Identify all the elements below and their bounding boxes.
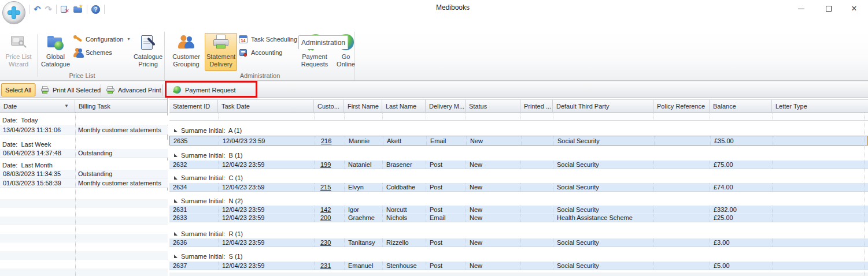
statement-row[interactable]: 2636 12/04/23 23:59 230 Tanitansy Rizzel… [169,238,868,247]
date-group-today[interactable]: Date: Today [0,115,168,125]
group-row-surname-n[interactable]: Surname Initial: N (2) [169,196,868,205]
wrench-icon [73,35,83,44]
collapse-group-icon [174,199,178,203]
ribbon-tab-row: Home Front Desk Customer Third Party Gov… [0,17,868,32]
statement-row-selected[interactable]: 2635 12/04/23 23:59 216 Mannie Akett Ema… [169,136,868,146]
collapse-group-icon [174,255,178,258]
collapse-group-icon [174,232,178,236]
maximize-button[interactable] [820,3,837,14]
column-header-billing-task[interactable]: Billing Task [75,100,167,112]
column-header-letter-type[interactable]: Letter Type [772,100,868,112]
customer-link[interactable]: 200 [314,214,344,222]
column-header-last-name[interactable]: Last Name [382,100,426,112]
column-header-default-third-party[interactable]: Default Third Party [553,100,653,112]
help-icon[interactable]: ? [91,5,100,14]
billing-task-row[interactable]: 08/03/2023 11:34:35 Outstanding [0,170,168,178]
accounting-button[interactable]: Accounting [239,47,304,58]
statement-delivery-button[interactable]: Statement Delivery [205,33,237,71]
column-header-customer[interactable]: Custo... [314,100,344,112]
column-header-statement-id[interactable]: Statement ID [169,100,218,112]
separator [104,5,105,14]
column-divider [75,113,76,276]
global-catalogue-button[interactable]: Global Catalogue [39,33,72,71]
ribbon-group-price-list: Price List Wizard Global Catalogue Confi… [0,32,165,80]
global-catalogue-icon [46,33,65,52]
column-header-task-date[interactable]: Task Date [218,100,314,112]
date-group-last-month[interactable]: Date: Last Month [0,161,168,170]
column-header-balance[interactable]: Balance [710,100,772,112]
statement-row[interactable]: 2634 12/04/23 23:59 215 Elvyn Coldbathe … [169,183,868,192]
statement-row[interactable]: 2631 12/04/23 23:59 142 Igor Norcutt Pos… [169,206,868,214]
price-list-wizard-icon [9,33,28,52]
customer-grouping-button[interactable]: Customer Grouping [168,33,204,71]
column-header-delivery-method[interactable]: Delivery M... [426,100,466,112]
filter-row[interactable] [169,113,868,121]
folder-icon[interactable]: ★ [73,5,83,14]
advanced-print-button[interactable]: Advanced Print [102,83,165,96]
redo-icon[interactable]: ↷ [45,5,53,14]
star-icon: ★ [79,4,83,9]
separator [37,34,38,77]
separator [35,84,36,96]
grid-right-edge [865,113,865,276]
group-label-price-list: Price List [0,72,164,79]
printer-icon [212,33,230,52]
grid-header: Statement ID Task Date Custo... First Na… [169,99,868,113]
task-scheduling-button[interactable]: 14 Task Scheduling [239,33,304,44]
group-row-surname-a[interactable]: Surname Initial: A (1) [169,126,868,135]
list-edit-icon[interactable]: ✕ [61,5,69,14]
people-icon [73,48,83,57]
billing-task-row[interactable]: 01/03/2023 15:58:39 Monthly customer sta… [0,178,168,188]
statements-grid: Statement ID Task Date Custo... First Na… [169,98,868,276]
configuration-button[interactable]: Configuration ▾ [73,33,130,44]
column-header-date[interactable]: Date ▼ [0,100,75,112]
group-row-surname-r[interactable]: Surname Initial: R (1) [169,229,868,238]
tab-administration[interactable]: Administration [298,35,348,49]
ribbon: Price List Wizard Global Catalogue Confi… [0,32,868,81]
customer-link[interactable]: 230 [314,238,344,247]
chevron-down-icon: ▾ [127,36,130,42]
column-header-policy-reference[interactable]: Policy Reference [653,100,710,112]
close-button[interactable]: × [845,3,863,14]
printer-icon [40,85,50,95]
column-header-first-name[interactable]: First Name [344,100,382,112]
customer-link[interactable]: 199 [314,161,344,169]
sort-descending-icon: ▼ [64,103,69,109]
collapse-group-icon [174,176,178,180]
separator [87,5,87,14]
billing-task-row[interactable]: 13/04/2023 11:31:06 Monthly customer sta… [0,125,168,135]
minimize-button[interactable] [792,3,810,14]
customer-link[interactable]: 216 [315,136,345,145]
customer-link[interactable]: 142 [314,206,344,213]
annotation-box [165,81,257,98]
group-row-surname-s[interactable]: Surname Initial: S (1) [169,252,868,260]
collapse-group-icon [174,154,178,157]
separator [29,5,29,14]
left-panel-header: Date ▼ Billing Task [0,99,167,113]
separator [56,5,57,14]
customer-link[interactable]: 231 [314,262,344,270]
column-header-printed[interactable]: Printed ... ▲ [520,100,553,112]
billing-task-row[interactable]: 06/04/2023 14:37:48 Outstanding [0,149,168,158]
app-orb-icon[interactable] [2,1,25,24]
title-bar: ↶ ↷ ✕ ★ ? Medibooks × [0,0,868,17]
statement-row[interactable]: 2632 12/04/23 23:59 199 Nataniel Brasene… [169,161,868,169]
catalogue-pricing-button[interactable]: Catalogue Pricing [131,33,165,71]
customer-link[interactable]: 215 [314,183,344,191]
statement-row[interactable]: 2637 12/04/23 23:59 231 Emanuel Stenhous… [169,262,868,270]
print-all-selected-button[interactable]: Print All Selected [37,83,104,96]
column-header-status[interactable]: Status [466,100,520,112]
collapse-group-icon [174,129,178,132]
date-group-last-week[interactable]: Date: Last Week [0,140,168,149]
calculator-icon [239,48,248,57]
price-list-wizard-button[interactable]: Price List Wizard [2,33,35,71]
schemes-button[interactable]: Schemes [73,47,130,58]
empty-row [169,273,868,276]
undo-icon[interactable]: ↶ [34,5,41,14]
statement-row[interactable]: 2633 12/04/23 23:59 200 Graehme Nichols … [169,214,868,222]
printer-icon [106,85,115,95]
group-row-surname-b[interactable]: Surname Initial: B (1) [169,151,868,159]
separator [162,84,163,96]
group-row-surname-c[interactable]: Surname Initial: C (1) [169,173,868,182]
select-all-button[interactable]: Select All [1,83,35,96]
